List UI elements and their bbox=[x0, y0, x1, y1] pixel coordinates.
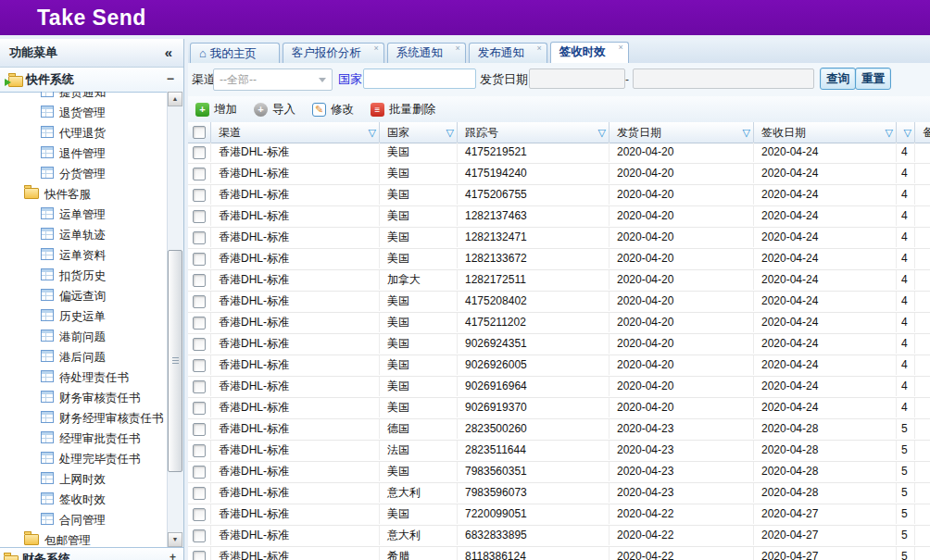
row-checkbox[interactable] bbox=[193, 359, 206, 372]
reset-button[interactable]: 重置 bbox=[855, 68, 891, 90]
ship-date-to-input[interactable] bbox=[633, 68, 814, 89]
sidebar-item-待处理责任书[interactable]: 待处理责任书 bbox=[0, 367, 168, 387]
row-checkbox[interactable] bbox=[193, 210, 206, 223]
section-expand-icon[interactable]: + bbox=[170, 551, 176, 560]
table-row[interactable]: 香港DHL-标准美国41752084022020-04-202020-04-24… bbox=[188, 292, 930, 313]
sidebar-item-运单资料[interactable]: 运单资料 bbox=[0, 244, 168, 265]
row-checkbox[interactable] bbox=[193, 338, 206, 351]
filter-arrow-icon[interactable]: ▽ bbox=[446, 122, 454, 143]
tab-close-icon[interactable]: × bbox=[537, 44, 542, 53]
sidebar-item-经理审批责任书[interactable]: 经理审批责任书 bbox=[0, 428, 168, 448]
section-collapse-icon[interactable]: − bbox=[167, 68, 174, 90]
table-row[interactable]: 香港DHL-标准美国41752112022020-04-202020-04-24… bbox=[188, 313, 930, 334]
filter-arrow-icon[interactable]: ▽ bbox=[369, 122, 376, 143]
tab-发布通知[interactable]: 发布通知× bbox=[469, 43, 547, 63]
sidebar-item-历史运单[interactable]: 历史运单 bbox=[0, 305, 168, 326]
sidebar-item-运单轨迹[interactable]: 运单轨迹 bbox=[0, 224, 168, 244]
row-checkbox[interactable] bbox=[193, 466, 206, 479]
table-row[interactable]: 香港DHL-标准美国90269169642020-04-202020-04-24… bbox=[188, 377, 930, 398]
sidebar-scrollbar[interactable]: ▲ ▼ bbox=[167, 92, 183, 547]
search-button[interactable]: 查询 bbox=[820, 68, 856, 90]
row-checkbox[interactable] bbox=[193, 317, 206, 330]
tab-我的主页[interactable]: ⌂我的主页 bbox=[190, 43, 280, 63]
table-row[interactable]: 香港DHL-标准美国12821374632020-04-202020-04-24… bbox=[188, 206, 930, 228]
table-row[interactable]: 香港DHL-标准美国41752067552020-04-202020-04-24… bbox=[188, 185, 930, 206]
filter-arrow-icon[interactable]: ▽ bbox=[886, 122, 893, 143]
sidebar-item-财务审核责任书[interactable]: 财务审核责任书 bbox=[0, 387, 168, 407]
row-checkbox[interactable] bbox=[193, 274, 206, 287]
table-row[interactable]: 香港DHL-标准意大利79835960732020-04-232020-04-2… bbox=[188, 483, 930, 504]
table-row[interactable]: 香港DHL-标准法国28235116442020-04-232020-04-28… bbox=[188, 441, 930, 462]
row-checkbox[interactable] bbox=[193, 551, 206, 560]
sidebar-item-退货管理[interactable]: 退货管理 bbox=[0, 102, 168, 122]
sidebar-item-快件客服[interactable]: 快件客服 bbox=[0, 183, 168, 204]
ship-date-from-input[interactable] bbox=[529, 68, 625, 89]
sidebar-item-分货管理[interactable]: 分货管理 bbox=[0, 163, 168, 183]
sidebar-collapse-icon[interactable]: « bbox=[165, 39, 172, 66]
row-checkbox[interactable] bbox=[193, 253, 206, 266]
tab-close-icon[interactable]: × bbox=[374, 44, 379, 53]
sidebar-item-代理退货[interactable]: 代理退货 bbox=[0, 122, 168, 143]
cell-ship-date: 2020-04-20 bbox=[610, 206, 754, 226]
filter-arrow-icon[interactable]: ▽ bbox=[598, 122, 606, 143]
sidebar-item-退件管理[interactable]: 退件管理 bbox=[0, 143, 168, 163]
sidebar-section-express-system[interactable]: 快件系统 − bbox=[0, 68, 183, 93]
add-button[interactable]: +增加 bbox=[192, 99, 241, 119]
sidebar-item-包邮管理[interactable]: 包邮管理 bbox=[0, 529, 168, 547]
sidebar-item-财务经理审核责任书[interactable]: 财务经理审核责任书 bbox=[0, 407, 168, 428]
row-checkbox[interactable] bbox=[193, 508, 206, 521]
row-checkbox[interactable] bbox=[193, 146, 206, 159]
row-checkbox[interactable] bbox=[193, 423, 206, 436]
row-check-cell bbox=[188, 313, 211, 332]
table-row[interactable]: 香港DHL-标准美国79835603512020-04-232020-04-28… bbox=[188, 462, 930, 483]
row-checkbox[interactable] bbox=[193, 231, 206, 244]
row-checkbox[interactable] bbox=[193, 487, 206, 500]
tab-系统通知[interactable]: 系统通知× bbox=[387, 43, 466, 63]
tab-close-icon[interactable]: × bbox=[619, 43, 623, 52]
table-row[interactable]: 香港DHL-标准美国90269243512020-04-202020-04-24… bbox=[188, 334, 930, 355]
sidebar-item-上网时效[interactable]: 上网时效 bbox=[0, 468, 168, 489]
table-row[interactable]: 香港DHL-标准加拿大12821725112020-04-202020-04-2… bbox=[188, 270, 930, 292]
sidebar-item-运单管理[interactable]: 运单管理 bbox=[0, 204, 168, 224]
table-row[interactable]: 香港DHL-标准美国90269193702020-04-202020-04-24… bbox=[188, 398, 930, 419]
table-row[interactable]: 香港DHL-标准美国12821336722020-04-202020-04-24… bbox=[188, 249, 930, 270]
row-checkbox[interactable] bbox=[193, 380, 206, 393]
table-row[interactable]: 香港DHL-标准意大利68328338952020-04-222020-04-2… bbox=[188, 526, 930, 547]
sidebar-item-港前问题[interactable]: 港前问题 bbox=[0, 326, 168, 346]
row-checkbox[interactable] bbox=[193, 402, 206, 415]
sidebar-item-处理完毕责任书[interactable]: 处理完毕责任书 bbox=[0, 448, 168, 468]
scroll-down-icon[interactable]: ▼ bbox=[168, 532, 182, 547]
row-checkbox[interactable] bbox=[193, 295, 206, 308]
edit-button[interactable]: ✎修改 bbox=[308, 99, 358, 119]
scroll-up-icon[interactable]: ▲ bbox=[168, 92, 182, 106]
row-checkbox[interactable] bbox=[193, 444, 206, 457]
sidebar-item-偏远查询[interactable]: 偏远查询 bbox=[0, 285, 168, 305]
filter-arrow-icon[interactable]: ▽ bbox=[743, 122, 750, 143]
select-all-checkbox[interactable] bbox=[193, 126, 206, 139]
table-row[interactable]: 香港DHL-标准美国90269260052020-04-202020-04-24… bbox=[188, 355, 930, 377]
tab-签收时效[interactable]: 签收时效× bbox=[550, 42, 629, 63]
batch-delete-button[interactable]: ≡批量删除 bbox=[367, 100, 439, 120]
sidebar-item-签收时效[interactable]: 签收时效 bbox=[0, 489, 168, 509]
tab-客户报价分析[interactable]: 客户报价分析× bbox=[283, 43, 384, 63]
tab-close-icon[interactable]: × bbox=[456, 44, 460, 53]
row-checkbox[interactable] bbox=[193, 168, 206, 180]
channel-select[interactable]: --全部-- bbox=[213, 68, 333, 91]
sidebar-item-扣货历史[interactable]: 扣货历史 bbox=[0, 265, 168, 285]
sidebar-section-finance-system[interactable]: 财务系统 + bbox=[0, 547, 183, 560]
table-row[interactable]: 香港DHL-标准美国41752195212020-04-202020-04-24… bbox=[188, 143, 930, 164]
table-row[interactable]: 香港DHL-标准希腊81183861242020-04-222020-04-27… bbox=[188, 547, 930, 560]
row-checkbox[interactable] bbox=[193, 189, 206, 202]
table-row[interactable]: 香港DHL-标准美国41751942402020-04-202020-04-24… bbox=[188, 164, 930, 185]
sidebar-item-提货通知[interactable]: 提货通知 bbox=[0, 92, 168, 102]
import-button[interactable]: +导入 bbox=[250, 99, 299, 119]
country-input[interactable] bbox=[363, 68, 476, 89]
table-row[interactable]: 香港DHL-标准德国28235002602020-04-232020-04-28… bbox=[188, 419, 930, 441]
table-row[interactable]: 香港DHL-标准美国12821324712020-04-202020-04-24… bbox=[188, 228, 930, 249]
row-checkbox[interactable] bbox=[193, 529, 206, 542]
filter-arrow-icon[interactable]: ▽ bbox=[904, 122, 911, 143]
table-row[interactable]: 香港DHL-标准美国72200990512020-04-222020-04-27… bbox=[188, 504, 930, 526]
sidebar-item-合同管理[interactable]: 合同管理 bbox=[0, 509, 168, 529]
sidebar-item-港后问题[interactable]: 港后问题 bbox=[0, 346, 168, 367]
scrollbar-thumb[interactable] bbox=[168, 250, 182, 472]
